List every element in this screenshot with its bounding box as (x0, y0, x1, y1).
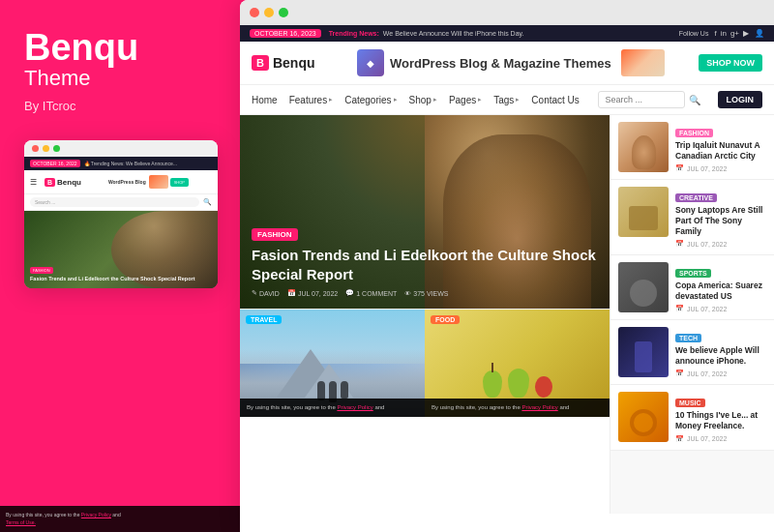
hero-comments: 💬 1 COMMENT (345, 289, 397, 297)
login-button[interactable]: LOGIN (718, 91, 763, 108)
mini-shop-button: SHOP (170, 178, 189, 187)
hero-meta: ✎ DAVID 📅 JUL 07, 2022 💬 1 COMMENT 👁 375… (252, 289, 598, 297)
mini-logo-letter: B (45, 178, 55, 187)
sidebar-date-4: 📅 JUL 07, 2022 (675, 369, 766, 377)
travel-cookie-notice: By using this site, you agree to the Pri… (240, 399, 425, 417)
user-icon[interactable]: 👤 (755, 29, 764, 38)
nav-tags[interactable]: Tags ▸ (493, 95, 520, 105)
person-3 (341, 381, 348, 399)
nav-categories[interactable]: Categories ▸ (344, 95, 397, 105)
sidebar-title-5[interactable]: 10 Things I've Le... at Money Freelance. (675, 410, 766, 431)
food-cookie-notice: By using this site, you agree to the Pri… (425, 399, 610, 417)
sidebar-thumb-1 (618, 122, 669, 172)
mini-logo: B Benqu (45, 178, 81, 187)
mini-search-row: Search ... 🔍 (24, 194, 218, 211)
hero-author-icon: ✎ DAVID (252, 289, 280, 297)
sidebar-date-3: 📅 JUL 07, 2022 (675, 305, 766, 312)
sidebar-content-2: CREATIVE Sony Laptops Are Still Part Of … (675, 187, 766, 248)
mini-hero-image: FASHION Fasion Trends and Li Edelkoort t… (24, 211, 218, 288)
sidebar-title-4[interactable]: We believe Apple Will announce iPhone. (675, 345, 766, 367)
sidebar-title-2[interactable]: Sony Laptops Are Still Part Of The Sony … (675, 205, 766, 237)
announce-bar: OCTOBER 16, 2023 Trending News: We Belie… (240, 25, 774, 42)
browser-chrome (240, 0, 774, 25)
mini-fashion-badge: FASHION (30, 267, 53, 274)
mini-search-icon: 🔍 (203, 198, 212, 206)
nav-features[interactable]: Features ▸ (289, 95, 333, 105)
sidebar-content-1: FASHION Trip Iqaluit Nunavut A Canadian … (675, 122, 766, 172)
mini-hamburger-icon: ☰ (30, 178, 37, 187)
nav-home[interactable]: Home (252, 95, 278, 105)
sidebar-item-2: CREATIVE Sony Laptops Are Still Part Of … (610, 180, 774, 255)
mini-hero-title: Fasion Trends and Li Edelkoort the Cultu… (30, 276, 212, 282)
facebook-icon[interactable]: f (714, 29, 716, 38)
person-1 (317, 381, 325, 400)
date-pill: OCTOBER 16, 2023 (250, 29, 321, 38)
search-icon[interactable]: 🔍 (689, 95, 700, 105)
mini-banner-img (149, 175, 168, 189)
sidebar-content-5: MUSIC 10 Things I've Le... at Money Free… (675, 392, 766, 442)
sidebar-cat-4: TECH (675, 334, 701, 342)
mini-dot-yellow (43, 145, 49, 152)
linkedin-icon[interactable]: in (721, 29, 727, 38)
nav-pages[interactable]: Pages ▸ (449, 95, 482, 105)
sidebar-date-5: 📅 JUL 07, 2022 (675, 435, 766, 443)
search-input[interactable] (598, 91, 685, 108)
hero-article: FASHION Fasion Trends and Li Edelkoort t… (240, 115, 610, 309)
apple-icon (535, 376, 552, 398)
google-icon[interactable]: g+ (730, 29, 739, 38)
sidebar-cat-3: SPORTS (675, 269, 711, 278)
categories-arrow: ▸ (394, 96, 398, 103)
mini-banner: WordPress Blog SHOP (85, 175, 212, 189)
nav-banner-image (621, 49, 665, 76)
food-items (483, 369, 552, 398)
features-arrow: ▸ (329, 96, 333, 103)
mini-dot-green (53, 145, 60, 152)
travel-badge: TRAVEL (246, 315, 282, 324)
pages-arrow: ▸ (478, 96, 482, 103)
mini-trending: 🔥 Trending News: We Believe Announce... (84, 161, 178, 166)
sidebar-date-2: 📅 JUL 07, 2022 (675, 240, 766, 248)
trending-row: Trending News: We Believe Announce Will … (329, 30, 679, 37)
nav-contact[interactable]: Contact Us (531, 95, 579, 105)
nav-search-area: 🔍 (598, 91, 700, 108)
youtube-icon[interactable]: ▶ (743, 29, 749, 38)
dot-red (250, 8, 259, 17)
sidebar-cat-5: MUSIC (675, 399, 705, 407)
sidebar-thumb-3 (618, 262, 669, 312)
dot-yellow (264, 8, 274, 17)
cal-icon-1: 📅 (675, 164, 684, 172)
pear-icon (483, 370, 502, 398)
trending-text: We Believe Announce Will the iPhone this… (383, 30, 524, 37)
sidebar-item-3: SPORTS Copa America: Suarez devastated U… (610, 255, 774, 320)
announce-right: Follow Us f in g+ ▶ 👤 (679, 29, 764, 38)
mini-nav: ☰ B Benqu WordPress Blog SHOP (24, 170, 218, 194)
lower-articles: TRAVEL By using this site, you agree to … (240, 309, 610, 417)
shop-arrow: ▸ (433, 96, 437, 103)
nav-banner: ◆ WordPress Blog & Magazine Themes (331, 49, 692, 76)
mini-browser-mockup: OCTOBER 16, 2022 🔥 Trending News: We Bel… (24, 140, 218, 288)
hero-title[interactable]: Fasion Trends and Li Edelkoort the Cultu… (252, 246, 598, 283)
cal-icon-2: 📅 (675, 240, 684, 248)
shop-now-button[interactable]: SHOP NOW (699, 54, 762, 72)
dot-green (279, 8, 288, 17)
mini-search-placeholder: Search ... (35, 199, 55, 205)
cal-icon-3: 📅 (675, 305, 684, 312)
sidebar-title-3[interactable]: Copa America: Suarez devastated US (675, 281, 766, 302)
hero-date: 📅 JUL 07, 2022 (287, 289, 338, 297)
travel-privacy-link[interactable]: Privacy Policy (337, 404, 372, 410)
mini-logo-name: Benqu (57, 178, 81, 187)
social-icons: f in g+ ▶ (714, 29, 749, 38)
content-area: FASHION Fasion Trends and Li Edelkoort t… (240, 115, 774, 514)
mini-dot-red (32, 145, 39, 152)
nav-shop[interactable]: Shop ▸ (409, 95, 437, 105)
main-nav-bar: B Benqu ◆ WordPress Blog & Magazine Them… (240, 42, 774, 85)
nav-banner-text: WordPress Blog & Magazine Themes (390, 56, 611, 71)
sidebar: FASHION Trip Iqaluit Nunavut A Canadian … (610, 115, 774, 514)
food-badge: FOOD (431, 315, 460, 324)
hero-author: DAVID (259, 290, 280, 297)
sidebar-title-1[interactable]: Trip Iqaluit Nunavut A Canadian Arctic C… (675, 140, 766, 162)
sidebar-content-4: TECH We believe Apple Will announce iPho… (675, 327, 766, 377)
brand-name: Benqu (24, 29, 138, 66)
food-privacy-link[interactable]: Privacy Policy (521, 404, 557, 410)
follow-text: Follow Us (679, 30, 709, 37)
